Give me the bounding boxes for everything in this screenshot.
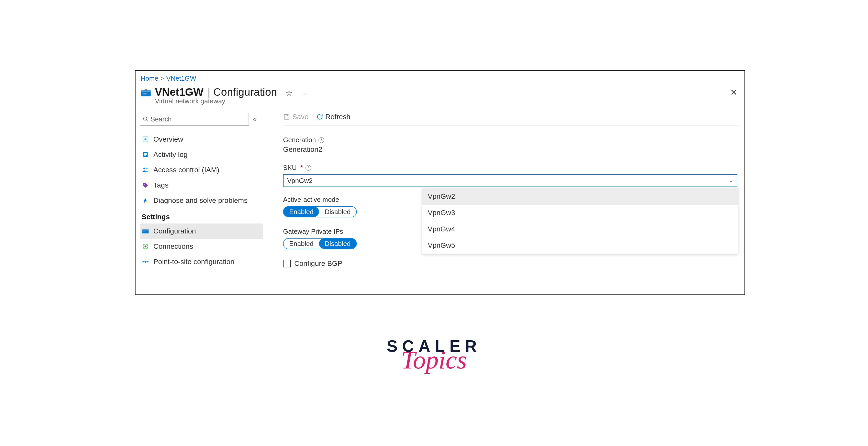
configure-bgp-field: Configure BGP: [283, 259, 740, 268]
toggle-enabled[interactable]: Enabled: [283, 207, 319, 217]
sidebar-item-tags[interactable]: Tags: [140, 178, 268, 193]
svg-rect-11: [144, 154, 147, 155]
toggle-disabled[interactable]: Disabled: [319, 207, 356, 217]
svg-line-6: [147, 120, 148, 122]
close-button[interactable]: ✕: [730, 88, 737, 97]
sidebar-item-label: Configuration: [153, 227, 196, 235]
sku-select[interactable]: VpnGw2 ⌄ VpnGw2 VpnGw3 VpnGw4 VpnGw5: [283, 174, 737, 187]
sidebar-item-label: Overview: [153, 135, 183, 144]
save-label: Save: [292, 113, 309, 121]
sidebar-heading-settings: Settings: [140, 208, 268, 224]
svg-point-5: [144, 117, 147, 120]
favorite-button[interactable]: ☆: [286, 89, 292, 97]
sku-option[interactable]: VpnGw4: [422, 221, 738, 237]
refresh-icon: [316, 113, 323, 121]
save-button[interactable]: Save: [283, 113, 309, 121]
sku-label: SKU: [283, 164, 297, 172]
svg-rect-2: [143, 94, 147, 94]
main-content: Save Refresh Generation i Generation2: [268, 113, 740, 269]
page-title: Configuration: [213, 86, 277, 98]
sidebar: « Overview Activity log: [140, 113, 268, 269]
collapse-sidebar-button[interactable]: «: [253, 115, 256, 123]
configure-bgp-checkbox[interactable]: [283, 260, 291, 267]
toggle-disabled[interactable]: Disabled: [319, 238, 356, 249]
search-icon: [143, 116, 149, 122]
activity-log-icon: [142, 151, 149, 158]
sidebar-item-label: Activity log: [153, 151, 188, 159]
sidebar-item-label: Diagnose and solve problems: [153, 196, 248, 204]
svg-rect-12: [144, 155, 146, 156]
sku-option[interactable]: VpnGw5: [422, 237, 738, 254]
refresh-label: Refresh: [326, 113, 350, 121]
save-icon: [283, 113, 290, 121]
access-control-icon: [142, 166, 149, 174]
tags-icon: [142, 182, 149, 189]
sku-dropdown: VpnGw2 VpnGw3 VpnGw4 VpnGw5: [422, 188, 738, 254]
generation-label: Generation: [283, 136, 316, 144]
gateway-private-ips-label: Gateway Private IPs: [283, 228, 343, 235]
configure-bgp-label: Configure BGP: [294, 259, 342, 268]
breadcrumb-separator: >: [160, 74, 164, 83]
gateway-private-ips-toggle[interactable]: Enabled Disabled: [283, 238, 357, 249]
svg-rect-24: [285, 115, 287, 116]
generation-value: Generation2: [283, 146, 740, 154]
required-indicator: *: [300, 164, 303, 172]
breadcrumb-resource-link[interactable]: VNet1GW: [166, 74, 196, 83]
svg-rect-1: [142, 90, 151, 92]
search-input[interactable]: [151, 115, 246, 123]
more-actions-button[interactable]: ···: [301, 90, 308, 97]
breadcrumb-home-link[interactable]: Home: [141, 74, 158, 83]
resource-title: VNet1GW: [155, 86, 204, 98]
svg-rect-3: [145, 89, 146, 91]
breadcrumb: Home > VNet1GW: [140, 73, 740, 86]
scaler-topics-watermark: SCALER Topics: [386, 337, 482, 372]
sku-selected-value: VpnGw2: [287, 177, 313, 185]
page-title-row: VNet1GW | Configuration ☆ ··· Virtual ne…: [140, 86, 740, 105]
info-icon[interactable]: i: [306, 165, 311, 171]
sidebar-item-p2s-config[interactable]: Point-to-site configuration: [140, 254, 268, 269]
svg-point-13: [144, 168, 145, 169]
sku-field: SKU* i VpnGw2 ⌄ VpnGw2 VpnGw3 VpnGw4 Vpn…: [283, 164, 740, 187]
configuration-icon: [142, 227, 149, 235]
sku-option[interactable]: VpnGw3: [422, 204, 738, 221]
connections-icon: [142, 243, 149, 250]
overview-icon: [142, 135, 149, 143]
svg-point-8: [145, 138, 147, 140]
sidebar-item-overview[interactable]: Overview: [140, 132, 268, 147]
info-icon[interactable]: i: [318, 137, 324, 143]
svg-point-23: [147, 261, 149, 262]
p2s-icon: [142, 258, 149, 265]
svg-rect-16: [146, 201, 148, 203]
sidebar-item-label: Point-to-site configuration: [153, 258, 235, 266]
sidebar-item-configuration[interactable]: Configuration: [140, 224, 262, 239]
chevron-down-icon: ⌄: [728, 177, 733, 184]
sku-option[interactable]: VpnGw2: [422, 188, 738, 204]
sidebar-item-connections[interactable]: Connections: [140, 239, 268, 254]
virtual-network-gateway-icon: [141, 88, 151, 98]
active-active-label: Active-active mode: [283, 196, 339, 203]
refresh-button[interactable]: Refresh: [316, 113, 350, 121]
sidebar-item-label: Tags: [153, 181, 168, 189]
sidebar-item-label: Connections: [153, 243, 193, 251]
svg-point-14: [146, 168, 148, 170]
svg-rect-4: [146, 89, 147, 91]
svg-point-21: [145, 246, 147, 248]
svg-point-15: [144, 184, 145, 185]
sidebar-search[interactable]: [140, 113, 249, 126]
generation-field: Generation i Generation2: [283, 136, 740, 154]
sidebar-item-label: Access control (IAM): [153, 166, 219, 174]
sidebar-item-access-control[interactable]: Access control (IAM): [140, 162, 268, 178]
sidebar-item-diagnose[interactable]: Diagnose and solve problems: [140, 193, 268, 208]
active-active-toggle[interactable]: Enabled Disabled: [283, 206, 357, 217]
diagnose-icon: [142, 197, 149, 204]
svg-rect-10: [144, 153, 147, 154]
sidebar-item-activity-log[interactable]: Activity log: [140, 147, 268, 162]
svg-rect-25: [285, 117, 288, 119]
svg-rect-19: [143, 232, 146, 232]
resource-type-subtitle: Virtual network gateway: [155, 97, 308, 105]
toolbar: Save Refresh: [283, 113, 740, 126]
svg-point-22: [143, 261, 144, 262]
svg-rect-18: [143, 229, 149, 230]
toggle-enabled[interactable]: Enabled: [283, 238, 319, 249]
azure-portal-window: Home > VNet1GW VNet1GW | Configuration ☆: [135, 70, 745, 295]
